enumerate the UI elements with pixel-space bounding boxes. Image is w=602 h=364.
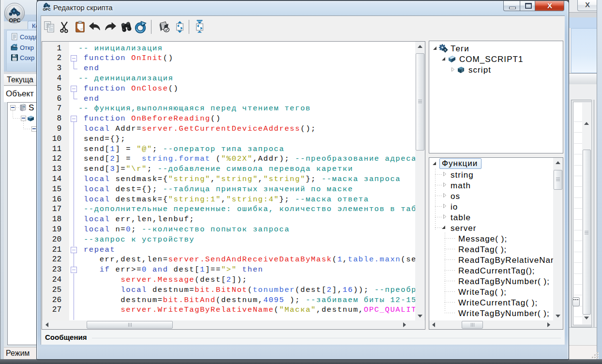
- svg-text:OPC: OPC: [9, 17, 21, 23]
- svg-text:OPC: OPC: [43, 7, 51, 12]
